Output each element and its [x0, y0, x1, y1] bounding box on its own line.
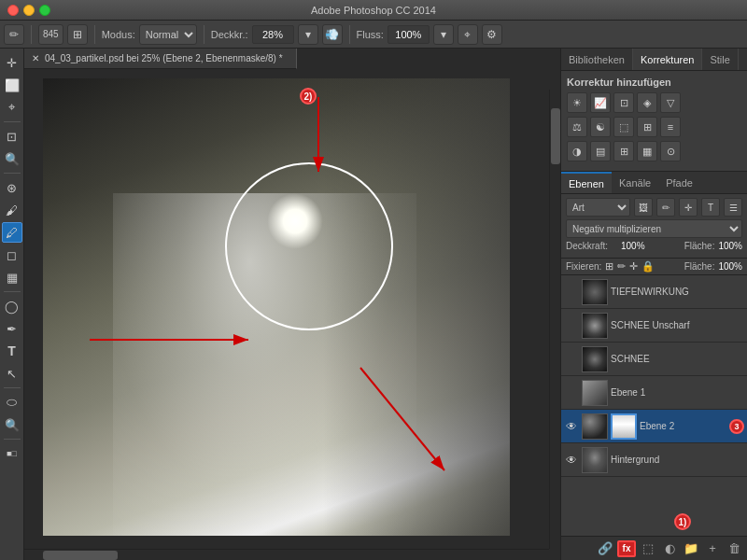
traffic-lights	[7, 5, 50, 16]
horizontal-scrollbar[interactable]	[24, 549, 549, 560]
tab-bibliotheken[interactable]: Bibliotheken	[561, 49, 633, 70]
fix-lock-icon[interactable]: 🔒	[641, 260, 655, 273]
blend-mode-select[interactable]: Negativ multiplizieren	[566, 219, 742, 238]
lock-move-btn[interactable]: ✛	[679, 198, 698, 217]
lock-gradient-btn[interactable]: ✏	[656, 198, 675, 217]
layer-visibility-toggle[interactable]: 👁	[564, 453, 579, 468]
tab-pfade[interactable]: Pfade	[658, 172, 700, 193]
vibrance-icon[interactable]: ◈	[637, 92, 657, 113]
gradient-tool[interactable]: ▦	[2, 267, 22, 287]
link-layers-btn[interactable]: 🔗	[596, 540, 614, 557]
bw-icon[interactable]: ⬚	[613, 117, 634, 137]
curves-icon[interactable]: 📈	[590, 92, 611, 113]
delete-layer-btn[interactable]: 🗑	[725, 540, 743, 557]
canvas-tab[interactable]: ✕ 04_03_partikel.psd bei 25% (Ebene 2, E…	[24, 49, 297, 69]
lock-image-btn[interactable]: 🖼	[634, 198, 653, 217]
levels-icon[interactable]: ⚖	[567, 117, 587, 137]
layer-mask-thumbnail	[611, 413, 637, 440]
layers-bottom-bar: 🔗 fx ⬚ ◐ 📁 + 🗑	[561, 536, 747, 560]
fix-move-icon[interactable]: ✛	[629, 260, 638, 273]
flaech-label: Fläche:	[684, 261, 715, 272]
foreground-bg-colors[interactable]: ■□	[2, 443, 22, 464]
brush-tool[interactable]: 🖌	[2, 200, 22, 220]
vertical-scrollbar-thumb[interactable]	[551, 108, 560, 164]
move-tool[interactable]: ✛	[2, 52, 22, 73]
gradient-map-icon[interactable]: ▦	[637, 141, 657, 161]
shape-tool[interactable]: ⬭	[2, 392, 22, 413]
posterize-icon[interactable]: ▤	[590, 141, 611, 161]
new-layer-btn[interactable]: +	[703, 540, 722, 557]
tab-ebenen[interactable]: Ebenen	[561, 172, 612, 193]
fx-button[interactable]: fx	[617, 540, 636, 557]
crop-tool[interactable]: ⊡	[2, 126, 22, 147]
invert-icon[interactable]: ◑	[567, 141, 587, 161]
layer-visibility-toggle[interactable]: 👁	[564, 385, 579, 400]
hsl-icon[interactable]: ▽	[660, 92, 681, 113]
dodge-tool[interactable]: ◯	[2, 296, 22, 316]
horizontal-scrollbar-thumb[interactable]	[43, 551, 118, 560]
new-group-btn[interactable]: 📁	[682, 540, 700, 557]
exposure-icon[interactable]: ⊡	[613, 92, 634, 113]
brightness-icon[interactable]: ☀	[567, 92, 587, 113]
channel-mixer-icon[interactable]: ≡	[660, 117, 681, 137]
eraser-tool[interactable]: ◻	[2, 245, 22, 265]
brush-size-display[interactable]: 845	[38, 24, 63, 45]
vertical-scrollbar[interactable]	[549, 90, 560, 549]
threshold-icon[interactable]: ⊞	[613, 141, 634, 161]
layer-visibility-toggle[interactable]: 👁	[564, 419, 579, 434]
layer-item[interactable]: 👁 Ebene 1	[561, 376, 747, 410]
panel-menu-btn[interactable]: ☰	[724, 198, 742, 217]
history-brush-tool[interactable]: 🖊	[2, 222, 22, 243]
pen-tool[interactable]: ✒	[2, 318, 22, 339]
fill-value: 100%	[718, 241, 742, 251]
eyedropper-tool[interactable]: 🔍	[2, 148, 22, 169]
colorbalance-icon[interactable]: ☯	[590, 117, 611, 137]
path-select-tool[interactable]: ↖	[2, 363, 22, 384]
canvas-area: ✕ 04_03_partikel.psd bei 25% (Ebene 2, E…	[24, 49, 560, 560]
fix-checkerboard-icon[interactable]: ⊞	[605, 260, 613, 273]
layer-item[interactable]: 👁 TIEFENWIRKUNG	[561, 275, 747, 309]
layer-item-active[interactable]: 👁 Ebene 2 3	[561, 410, 747, 443]
layer-visibility-toggle[interactable]: 👁	[564, 285, 579, 300]
layer-item[interactable]: 👁 Hintergrund	[561, 443, 747, 477]
flow-dropdown-icon[interactable]: ▾	[433, 24, 454, 45]
minimize-button[interactable]	[23, 5, 35, 16]
flow-input[interactable]	[388, 25, 430, 44]
fill-label: Fläche:	[684, 241, 715, 251]
opacity-input[interactable]	[252, 25, 294, 44]
fix-brush-icon[interactable]: ✏	[617, 260, 626, 273]
maximize-button[interactable]	[39, 5, 50, 16]
lasso-tool[interactable]: ⌖	[2, 97, 22, 118]
tablet-pressure-icon[interactable]: ⌖	[458, 24, 478, 45]
spot-heal-tool[interactable]: ⊛	[2, 177, 22, 198]
tab-stile[interactable]: Stile	[702, 49, 738, 70]
add-adjustment-btn[interactable]: ◐	[660, 540, 679, 557]
layer-visibility-toggle[interactable]: 👁	[564, 352, 579, 367]
layer-item[interactable]: 👁 SCHNEE Unscharf	[561, 309, 747, 343]
tab-kanaele[interactable]: Kanäle	[612, 172, 658, 193]
selective-color-icon[interactable]: ⊙	[660, 141, 681, 161]
close-button[interactable]	[7, 5, 19, 16]
tab-korrekturen[interactable]: Korrekturen	[633, 49, 702, 70]
canvas-content[interactable]: 2)	[24, 69, 560, 560]
add-mask-btn[interactable]: ⬚	[639, 540, 657, 557]
layer-item[interactable]: 👁 SCHNEE	[561, 343, 747, 376]
symmetry-icon[interactable]: ⚙	[482, 24, 502, 45]
text-tool[interactable]: T	[2, 341, 22, 361]
layers-tabs: Ebenen Kanäle Pfade	[561, 172, 747, 194]
flow-label: Fluss:	[357, 29, 384, 40]
kind-select[interactable]: Art	[566, 198, 630, 217]
layer-name: SCHNEE	[611, 354, 744, 364]
marquee-tool[interactable]: ⬜	[2, 75, 22, 95]
layer-visibility-toggle[interactable]: 👁	[564, 318, 579, 333]
mode-select[interactable]: Normal	[139, 24, 197, 45]
airbrush-icon[interactable]: 💨	[322, 24, 343, 45]
zoom-tool[interactable]: 🔍	[2, 414, 22, 435]
brush-options-icon[interactable]: ⊞	[67, 24, 88, 45]
brush-tool-icon[interactable]: ✏	[4, 24, 24, 45]
opacity-dropdown-icon[interactable]: ▾	[298, 24, 318, 45]
layers-kind-row: Art 🖼 ✏ ✛ T ☰	[566, 198, 742, 217]
photo-filter-icon[interactable]: ⊞	[637, 117, 657, 137]
lock-all-btn[interactable]: T	[701, 198, 720, 217]
brush-size-value: 845	[43, 29, 59, 39]
